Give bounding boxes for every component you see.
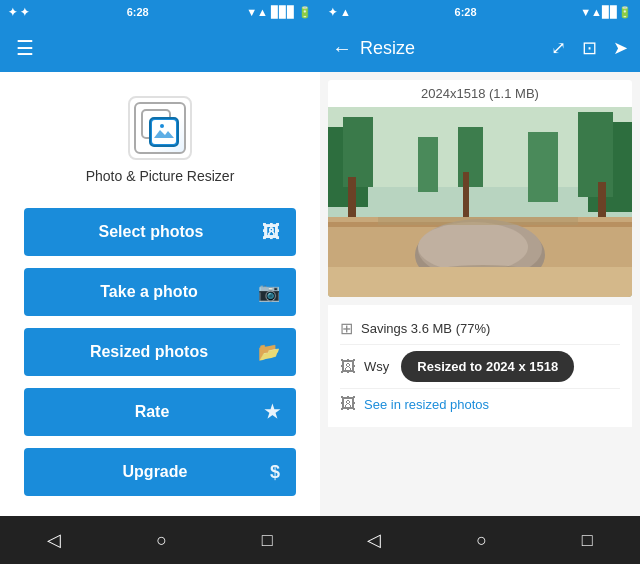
star-icon: ★ xyxy=(264,401,280,423)
info-section: ⊞ Savings 3.6 MB (77%) 🖼 Wsy Resized to … xyxy=(328,305,632,427)
dollar-icon: $ xyxy=(270,462,280,483)
svg-rect-23 xyxy=(378,217,578,225)
home-nav-icon-right[interactable] xyxy=(476,530,487,551)
svg-rect-22 xyxy=(328,267,632,297)
image-label: 2024x1518 (1.1 MB) xyxy=(328,80,632,107)
svg-rect-11 xyxy=(458,127,483,187)
hamburger-icon[interactable]: ☰ xyxy=(16,36,34,60)
crop-icon[interactable]: ⊡ xyxy=(582,37,597,59)
expand-icon[interactable]: ⤢ xyxy=(551,37,566,59)
top-bar-right: ← Resize ⤢ ⊡ ➤ xyxy=(320,24,640,72)
app-icon-inner xyxy=(134,102,186,154)
back-nav-icon-right[interactable] xyxy=(367,529,381,551)
see-link-row: 🖼 See in resized photos xyxy=(340,389,620,419)
select-photos-label: Select photos xyxy=(40,223,262,241)
image-section: 2024x1518 (1.1 MB) xyxy=(328,80,632,297)
wsy-text: Wsy xyxy=(364,359,389,374)
top-bar-left-side: ← Resize xyxy=(332,37,415,60)
nav-bar-right xyxy=(320,516,640,564)
status-bar-right: ✦ ▲ 6:28 ▼▲▊▊🔋 xyxy=(320,0,640,24)
svg-rect-7 xyxy=(343,117,373,187)
see-link-icon: 🖼 xyxy=(340,395,356,413)
upgrade-button[interactable]: Upgrade $ xyxy=(24,448,296,496)
recents-nav-icon-right[interactable] xyxy=(582,530,593,551)
back-button[interactable]: ← xyxy=(332,37,352,60)
upgrade-label: Upgrade xyxy=(40,463,270,481)
resized-photos-button[interactable]: Resized photos 📂 xyxy=(24,328,296,376)
notification-icons-left: ✦ ✦ xyxy=(8,6,29,19)
tooltip-bubble: Resized to 2024 x 1518 xyxy=(401,351,574,382)
svg-point-20 xyxy=(418,222,528,272)
nav-bar-left xyxy=(0,516,320,564)
svg-rect-2 xyxy=(152,120,176,144)
svg-point-3 xyxy=(160,124,164,128)
notification-icons-right: ✦ ▲ xyxy=(328,6,351,19)
rate-label: Rate xyxy=(40,403,264,421)
take-photo-button[interactable]: Take a photo 📷 xyxy=(24,268,296,316)
savings-icon: ⊞ xyxy=(340,319,353,338)
status-bar-left: ✦ ✦ 6:28 ▼▲ ▊▊▊ 🔋 xyxy=(0,0,320,24)
app-logo-area: Photo & Picture Resizer xyxy=(0,72,320,200)
app-name: Photo & Picture Resizer xyxy=(86,168,235,184)
status-icons-left: ▼▲ ▊▊▊ 🔋 xyxy=(246,6,312,19)
savings-row: ⊞ Savings 3.6 MB (77%) xyxy=(340,313,620,345)
right-panel: ✦ ▲ 6:28 ▼▲▊▊🔋 ← Resize ⤢ ⊡ ➤ 2024x1518 … xyxy=(320,0,640,564)
back-nav-icon-left[interactable] xyxy=(47,529,61,551)
menu-buttons: Select photos 🖼 Take a photo 📷 Resized p… xyxy=(0,200,320,516)
top-bar-right-icons: ⤢ ⊡ ➤ xyxy=(551,37,628,59)
time-left: 6:28 xyxy=(127,6,149,18)
resize-title: Resize xyxy=(360,38,415,59)
take-photo-label: Take a photo xyxy=(40,283,258,301)
select-photos-button[interactable]: Select photos 🖼 xyxy=(24,208,296,256)
camera-icon: 📷 xyxy=(258,281,280,303)
recents-nav-icon-left[interactable] xyxy=(262,530,273,551)
left-panel: ✦ ✦ 6:28 ▼▲ ▊▊▊ 🔋 ☰ Photo & Picture Resi… xyxy=(0,0,320,564)
share-icon[interactable]: ➤ xyxy=(613,37,628,59)
status-icons-right: ▼▲▊▊🔋 xyxy=(580,6,632,19)
time-right: 6:28 xyxy=(455,6,477,18)
see-in-resized-link[interactable]: See in resized photos xyxy=(364,397,489,412)
app-icon-box xyxy=(128,96,192,160)
rate-button[interactable]: Rate ★ xyxy=(24,388,296,436)
home-nav-icon-left[interactable] xyxy=(156,530,167,551)
wsy-icon: 🖼 xyxy=(340,358,356,376)
photo-container xyxy=(328,107,632,297)
top-bar-left: ☰ xyxy=(0,24,320,72)
wsy-row: 🖼 Wsy Resized to 2024 x 1518 xyxy=(340,345,620,389)
svg-rect-9 xyxy=(578,112,613,197)
svg-rect-15 xyxy=(463,172,469,217)
svg-rect-10 xyxy=(528,132,558,202)
select-photos-icon: 🖼 xyxy=(262,222,280,243)
savings-text: Savings 3.6 MB (77%) xyxy=(361,321,490,336)
folder-icon: 📂 xyxy=(258,341,280,363)
svg-rect-12 xyxy=(418,137,438,192)
resized-photos-label: Resized photos xyxy=(40,343,258,361)
